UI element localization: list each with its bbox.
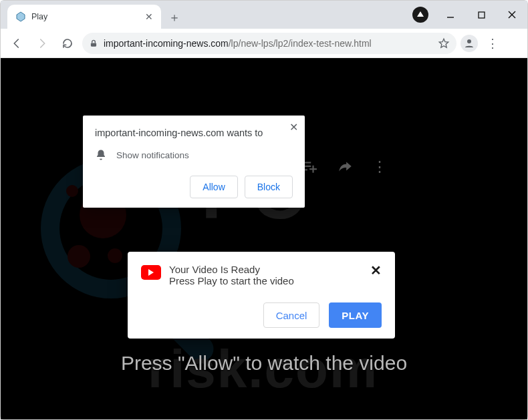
tab-title: Play <box>31 12 140 21</box>
titlebar: Play ✕ ＋ <box>1 1 527 29</box>
address-bar[interactable]: important-incoming-news.com/lp/new-lps/l… <box>82 33 456 54</box>
favicon-icon <box>15 11 26 22</box>
notification-body-text: Show notifications <box>116 150 189 160</box>
maximize-button[interactable] <box>466 1 497 29</box>
notification-close-icon[interactable]: ✕ <box>289 121 298 134</box>
video-ready-dialog: Your Video Is Ready Press Play to start … <box>128 252 395 339</box>
reload-button[interactable] <box>57 33 78 54</box>
svg-rect-2 <box>479 12 485 18</box>
block-button[interactable]: Block <box>245 176 293 198</box>
video-dialog-title: Your Video Is Ready <box>169 264 294 275</box>
cancel-button[interactable]: Cancel <box>263 302 320 328</box>
browser-window: Play ✕ ＋ important-incoming-news.com/lp/… <box>0 0 528 420</box>
new-tab-button[interactable]: ＋ <box>165 6 184 29</box>
video-dialog-subtitle: Press Play to start the video <box>169 275 294 286</box>
svg-rect-5 <box>91 43 96 46</box>
notification-heading: important-incoming-news.com wants to <box>95 128 293 138</box>
close-window-button[interactable] <box>497 1 527 29</box>
bell-icon <box>95 149 107 161</box>
back-button[interactable] <box>6 33 27 54</box>
url-path: /lp/new-lps/lp2/index-test-new.html <box>229 38 372 49</box>
share-icon[interactable] <box>336 158 354 176</box>
allow-button[interactable]: Allow <box>190 176 237 198</box>
extension-shield-icon[interactable] <box>412 7 428 23</box>
more-icon[interactable]: ⋮ <box>372 158 387 176</box>
profile-avatar[interactable] <box>460 35 478 52</box>
youtube-icon <box>141 265 161 280</box>
bookmark-star-icon[interactable] <box>438 37 450 49</box>
window-controls <box>435 1 527 29</box>
svg-point-6 <box>467 39 471 43</box>
tab-close-icon[interactable]: ✕ <box>145 11 153 22</box>
svg-marker-0 <box>17 12 25 21</box>
page-content: PC risk.com ♡ ⋮ Press "Allow" to watch t… <box>1 58 527 419</box>
kebab-menu-icon[interactable]: ⋮ <box>482 36 503 51</box>
toolbar: important-incoming-news.com/lp/new-lps/l… <box>1 29 527 58</box>
forward-button[interactable] <box>31 33 53 54</box>
url-host: important-incoming-news.com <box>104 38 229 49</box>
page-instruction-text: Press "Allow" to watch the video <box>1 352 527 375</box>
notification-permission-dialog: ✕ important-incoming-news.com wants to S… <box>83 116 305 208</box>
url-text: important-incoming-news.com/lp/new-lps/l… <box>104 38 372 49</box>
play-button[interactable]: PLAY <box>329 302 382 328</box>
lock-icon <box>89 39 98 48</box>
video-action-icons: ⋮ <box>300 158 387 176</box>
browser-tab[interactable]: Play ✕ <box>7 5 161 29</box>
minimize-button[interactable] <box>435 1 466 29</box>
video-dialog-close-icon[interactable]: ✕ <box>370 264 382 277</box>
